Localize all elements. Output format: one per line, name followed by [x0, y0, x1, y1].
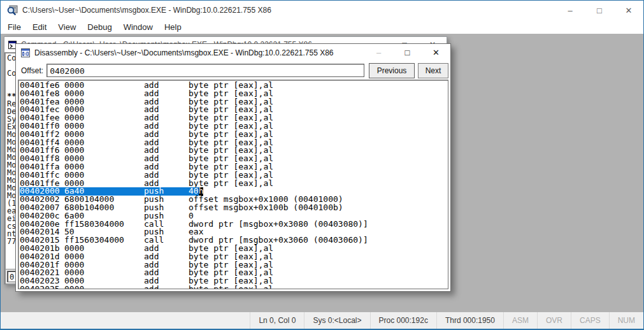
disassembly-maximize-button[interactable]: □ [393, 44, 422, 61]
disassembly-minimize-button[interactable]: – [364, 44, 393, 61]
menu-view[interactable]: View [52, 21, 82, 33]
disassembly-close-button[interactable]: ✕ [422, 44, 450, 61]
mnemonic: add [144, 285, 189, 289]
menu-debug[interactable]: Debug [82, 21, 117, 33]
status-bar: Ln 0, Col 0Sys 0:<Local>Proc 000:192cThr… [1, 312, 643, 329]
operands: dword ptr [msgbox+0x3080 (00403080)] [189, 220, 368, 229]
disassembly-window-controls: – □ ✕ [364, 44, 450, 61]
menu-edit[interactable]: Edit [27, 21, 52, 33]
operands: offset msgbox+0x100b (0040100b) [189, 204, 343, 212]
menu-bar: FileEditViewDebugWindowHelp [1, 20, 643, 34]
disassembly-row[interactable]: 0040200eff1580304000calldword ptr [msgbo… [20, 220, 448, 229]
disassembly-listing[interactable]: 00401fe60000addbyte ptr [eax],al00401fe8… [18, 80, 448, 289]
opcode-bytes: ff1580304000 [64, 220, 144, 229]
offset-toolbar: Offset: Previous Next [16, 61, 450, 80]
minimize-button[interactable]: – [555, 1, 585, 20]
windbg-app-icon [6, 5, 18, 15]
windbg-main-window: C:\Users\~User~\Documents\msgbox.EXE - W… [0, 0, 644, 330]
operands: byte ptr [eax],al [189, 285, 273, 289]
address: 00402025 [20, 285, 64, 289]
offset-input[interactable] [47, 64, 364, 77]
status-num: NUM [609, 312, 643, 329]
menu-window[interactable]: Window [118, 21, 159, 33]
status-ovr: OVR [537, 312, 571, 329]
status-proc-000-192c: Proc 000:192c [370, 312, 436, 329]
disassembly-window: Disassembly - C:\Users\~User~\Documents\… [15, 43, 451, 292]
close-button[interactable]: ✕ [614, 1, 643, 20]
main-window-controls: – □ ✕ [555, 1, 643, 20]
screen: { "main_window": { "title": "C:\\Users\\… [0, 0, 644, 330]
offset-label: Offset: [21, 66, 43, 75]
mdi-area: Command - C:\Users\~User~\Documents\msgb… [1, 34, 643, 312]
main-titlebar[interactable]: C:\Users\~User~\Documents\msgbox.EXE - W… [1, 1, 643, 20]
status-ln-0-col-0: Ln 0, Col 0 [250, 312, 304, 329]
disassembly-window-title: Disassembly - C:\Users\~User~\Documents\… [34, 48, 334, 57]
status-caps: CAPS [571, 312, 609, 329]
menu-file[interactable]: File [2, 21, 27, 33]
status-sys-0-local: Sys 0:<Local> [304, 312, 369, 329]
status-asm: ASM [503, 312, 537, 329]
next-button[interactable]: Next [418, 63, 448, 78]
status-thrd-000-1950: Thrd 000:1950 [436, 312, 503, 329]
status-bar-items: Ln 0, Col 0Sys 0:<Local>Proc 000:192cThr… [250, 312, 643, 329]
opcode-bytes: 0000 [64, 285, 144, 289]
disassembly-titlebar[interactable]: Disassembly - C:\Users\~User~\Documents\… [16, 44, 450, 61]
disassembly-window-icon [21, 48, 30, 57]
maximize-button[interactable]: □ [585, 1, 614, 20]
main-window-title: C:\Users\~User~\Documents\msgbox.EXE - W… [22, 6, 271, 15]
menu-help[interactable]: Help [159, 21, 187, 33]
disassembly-row[interactable]: 004020250000addbyte ptr [eax],al [20, 285, 448, 289]
previous-button[interactable]: Previous [369, 63, 415, 78]
